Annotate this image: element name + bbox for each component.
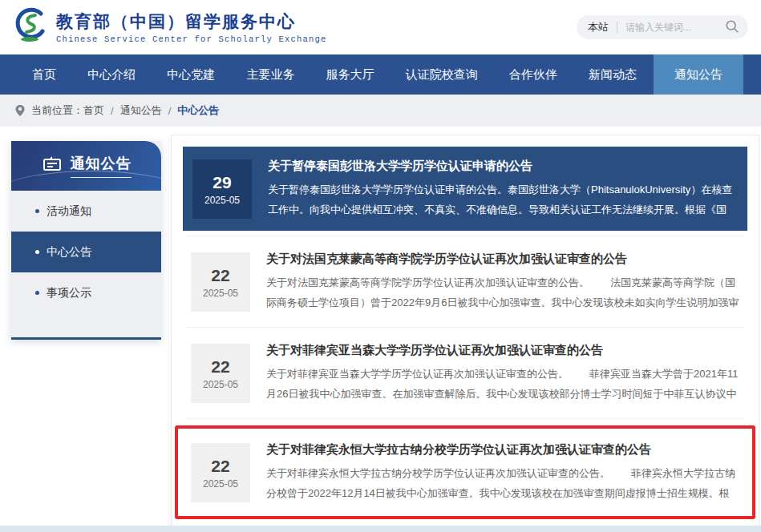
sidebar-item-activity-notices[interactable]: 活动通知 [11, 191, 161, 232]
date-day: 22 [211, 457, 229, 476]
highlight-box: 22 2025-05 关于对菲律宾永恒大学拉古纳分校学历学位认证再次加强认证审查… [175, 425, 755, 519]
nav-item-partners[interactable]: 合作伙伴 [495, 54, 572, 95]
date-badge: 22 2025-05 [191, 344, 250, 403]
breadcrumb-home[interactable]: 首页 [83, 103, 104, 118]
announcement-excerpt: 关于对菲律宾永恒大学拉古纳分校学历学位认证再次加强认证审查的公告。 菲律宾永恒大… [266, 464, 739, 504]
date-day: 29 [213, 173, 231, 192]
logo-emblem-icon [11, 6, 50, 48]
nav-item-notices[interactable]: 通知公告 [654, 54, 743, 95]
bottom-strip [0, 526, 761, 532]
sidebar-item-label: 活动通知 [47, 204, 91, 219]
nav-item-party[interactable]: 中心党建 [152, 54, 229, 95]
nav-item-services[interactable]: 主要业务 [232, 54, 309, 95]
divider [186, 327, 744, 328]
search-icon[interactable] [724, 19, 740, 35]
sidebar-item-center-announcements[interactable]: 中心公告 [11, 232, 161, 272]
announcement-title[interactable]: 关于对菲律宾亚当森大学学历学位认证再次加强认证审查的公告 [266, 343, 739, 358]
site-title: 教育部（中国）留学服务中心 [56, 10, 327, 33]
main-navigation: 首页 中心介绍 中心党建 主要业务 服务大厅 认证院校查询 合作伙伴 新闻动态 … [0, 54, 761, 95]
nav-item-news[interactable]: 新闻动态 [574, 54, 651, 95]
nav-item-home[interactable]: 首页 [18, 54, 71, 95]
sidebar-title: 通知公告 [71, 154, 132, 178]
sidebar-item-label: 中心公告 [47, 245, 91, 260]
search-bar: 本站 [577, 15, 748, 39]
announcement-item[interactable]: 22 2025-05 关于对菲律宾亚当森大学学历学位认证再次加强认证审查的公告 … [183, 332, 747, 413]
notice-board-icon [42, 155, 63, 177]
nav-item-about[interactable]: 中心介绍 [73, 54, 150, 95]
divider [186, 236, 744, 236]
sidebar-header: 通知公告 [11, 141, 161, 191]
date-month: 2025-05 [203, 379, 238, 390]
date-day: 22 [211, 357, 229, 377]
date-month: 2025-05 [203, 288, 238, 299]
date-badge: 22 2025-05 [191, 252, 250, 312]
announcement-title[interactable]: 关于暂停泰国彭世洛大学学历学位认证申请的公告 [268, 159, 738, 174]
location-pin-icon [14, 104, 26, 117]
search-input[interactable] [625, 22, 724, 33]
announcement-item[interactable]: 29 2025-05 关于暂停泰国彭世洛大学学历学位认证申请的公告 关于暂停泰国… [183, 147, 747, 231]
announcement-excerpt: 关于对菲律宾亚当森大学学历学位认证再次加强认证审查的公告。 菲律宾亚当森大学曾于… [266, 365, 739, 405]
announcement-item[interactable]: 22 2025-05 关于对菲律宾永恒大学拉古纳分校学历学位认证再次加强认证审查… [183, 432, 747, 513]
nav-item-school-query[interactable]: 认证院校查询 [391, 54, 492, 95]
date-month: 2025-05 [204, 195, 240, 206]
announcement-list: 29 2025-05 关于暂停泰国彭世洛大学学历学位认证申请的公告 关于暂停泰国… [171, 135, 759, 526]
breadcrumb-notices[interactable]: 通知公告 [120, 103, 162, 118]
breadcrumb-separator: / [168, 105, 172, 117]
nav-item-service-hall[interactable]: 服务大厅 [312, 54, 389, 95]
page-header: 教育部（中国）留学服务中心 Chinese Service Center for… [0, 0, 761, 54]
date-day: 22 [211, 266, 229, 285]
announcement-item[interactable]: 22 2025-05 关于对法国克莱蒙高等商学院学历学位认证再次加强认证审查的公… [183, 241, 747, 322]
search-scope-selector[interactable]: 本站 [588, 20, 609, 34]
date-month: 2025-05 [203, 478, 238, 490]
bullet-icon [35, 291, 39, 295]
breadcrumb-separator: / [111, 105, 114, 117]
sidebar-item-label: 事项公示 [47, 286, 91, 300]
breadcrumb: 当前位置： 首页 / 通知公告 / 中心公告 [0, 95, 761, 127]
sidebar-item-public-disclosures[interactable]: 事项公示 [11, 272, 161, 313]
date-badge: 22 2025-05 [191, 443, 250, 502]
search-divider [617, 22, 617, 33]
announcement-excerpt: 关于对法国克莱蒙高等商学院学历学位认证再次加强认证审查的公告。 法国克莱蒙高等商… [266, 273, 739, 313]
announcement-title[interactable]: 关于对法国克莱蒙高等商学院学历学位认证再次加强认证审查的公告 [266, 252, 739, 267]
announcement-title[interactable]: 关于对菲律宾永恒大学拉古纳分校学历学位认证再次加强认证审查的公告 [266, 442, 739, 457]
breadcrumb-prefix: 当前位置： [31, 103, 83, 118]
date-badge: 29 2025-05 [192, 159, 252, 219]
divider [186, 418, 744, 419]
breadcrumb-current: 中心公告 [177, 103, 219, 118]
announcement-excerpt: 关于暂停泰国彭世洛大学学历学位认证申请的公告。泰国彭世洛大学（Phitsanul… [268, 180, 738, 220]
site-subtitle: Chinese Service Center for Scholarly Exc… [56, 34, 327, 44]
bullet-icon [35, 209, 39, 213]
site-logo[interactable]: 教育部（中国）留学服务中心 Chinese Service Center for… [11, 6, 327, 48]
sidebar: 通知公告 活动通知 中心公告 事项公示 [11, 141, 161, 340]
bullet-icon [35, 250, 39, 254]
